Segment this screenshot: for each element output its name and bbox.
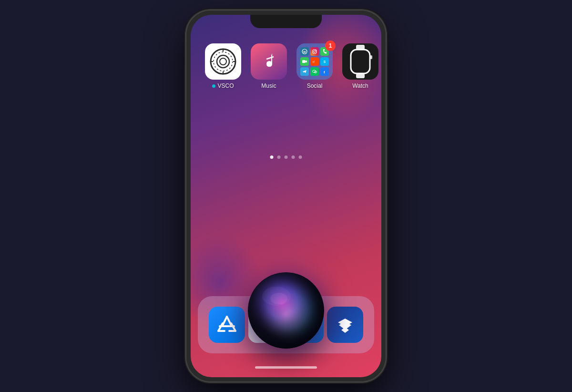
phone-frame: VSCO Music bbox=[186, 10, 386, 382]
vsco-text: VSCO bbox=[217, 83, 234, 89]
appstore-icon bbox=[209, 307, 245, 343]
svg-point-12 bbox=[316, 50, 317, 51]
wechat-mini bbox=[310, 67, 319, 76]
music-label: Music bbox=[261, 83, 276, 89]
app-watch[interactable]: Watch bbox=[342, 43, 378, 89]
phone-screen: VSCO Music bbox=[191, 15, 381, 377]
svg-point-11 bbox=[314, 51, 316, 52]
svg-rect-27 bbox=[370, 55, 372, 59]
instagram-mini bbox=[310, 47, 319, 56]
dropbox-icon bbox=[327, 307, 363, 343]
app-social[interactable]: 1 W r/ bbox=[296, 43, 333, 89]
watch-text: Watch bbox=[352, 83, 368, 89]
app-vsco[interactable]: VSCO bbox=[205, 43, 241, 89]
app-grid: VSCO Music bbox=[200, 39, 372, 94]
svg-point-2 bbox=[217, 55, 229, 68]
svg-text:r/: r/ bbox=[313, 60, 315, 63]
home-indicator[interactable] bbox=[255, 366, 317, 369]
vsco-icon bbox=[205, 43, 241, 80]
watch-label: Watch bbox=[352, 83, 368, 89]
page-dots bbox=[270, 155, 302, 159]
telegram-mini bbox=[300, 67, 309, 76]
music-text: Music bbox=[261, 83, 276, 89]
dropbox-logo-svg bbox=[333, 313, 357, 337]
page-dot-4 bbox=[292, 155, 295, 159]
social-badge: 1 bbox=[325, 41, 336, 51]
svg-marker-52 bbox=[341, 327, 349, 333]
vsco-logo-svg bbox=[209, 47, 237, 76]
notch bbox=[250, 15, 322, 28]
skype-mini: S bbox=[320, 57, 329, 66]
social-label: Social bbox=[307, 83, 323, 89]
music-logo-svg bbox=[257, 50, 281, 73]
page-dot-3 bbox=[285, 155, 288, 159]
music-icon bbox=[251, 43, 287, 80]
watch-logo-svg bbox=[346, 45, 375, 78]
svg-marker-14 bbox=[306, 61, 307, 63]
svg-rect-13 bbox=[302, 60, 306, 63]
siri-inner bbox=[248, 272, 324, 349]
facebook-mini: f bbox=[320, 67, 329, 76]
appstore-logo-svg bbox=[215, 313, 239, 337]
facetime-mini bbox=[300, 57, 309, 66]
vsco-dot bbox=[212, 84, 215, 88]
svg-text:S: S bbox=[324, 60, 326, 63]
social-text: Social bbox=[307, 83, 323, 89]
wordpress-mini: W bbox=[300, 47, 309, 56]
svg-text:f: f bbox=[324, 70, 325, 74]
svg-point-0 bbox=[211, 49, 235, 74]
page-dot-2 bbox=[277, 155, 281, 159]
svg-point-56 bbox=[248, 272, 324, 349]
svg-rect-26 bbox=[351, 50, 370, 73]
reddit-mini: r/ bbox=[310, 57, 319, 66]
dock-appstore[interactable] bbox=[209, 307, 245, 343]
svg-rect-28 bbox=[356, 73, 365, 78]
vsco-label: VSCO bbox=[212, 83, 234, 89]
watch-icon bbox=[342, 43, 378, 80]
app-music[interactable]: Music bbox=[251, 43, 287, 89]
social-folder-icon: 1 W r/ bbox=[296, 43, 333, 80]
siri-glow-svg bbox=[248, 272, 324, 349]
page-dot-5 bbox=[299, 155, 302, 159]
svg-text:W: W bbox=[303, 51, 306, 53]
dock-dropbox[interactable] bbox=[327, 307, 363, 343]
svg-point-3 bbox=[220, 58, 226, 65]
svg-point-58 bbox=[270, 293, 287, 304]
page-dot-1 bbox=[270, 155, 274, 159]
siri-orb[interactable] bbox=[248, 272, 324, 349]
